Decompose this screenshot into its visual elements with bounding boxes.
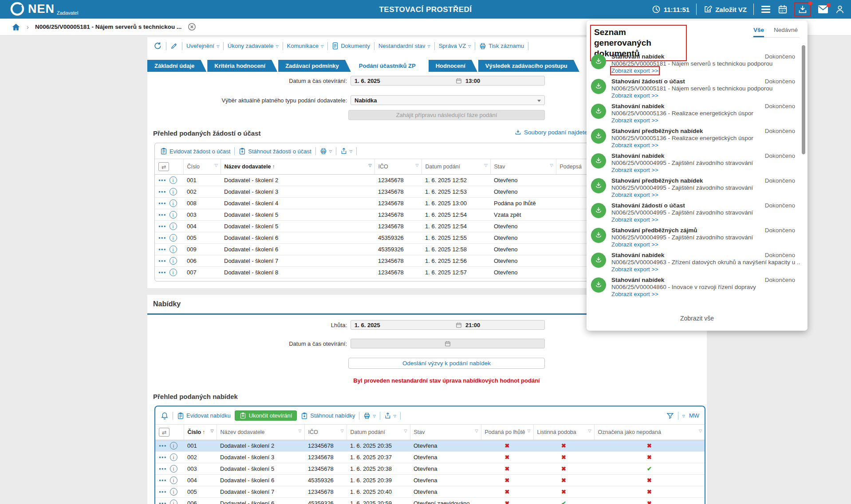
show-export-link[interactable]: Zobrazit export >> — [611, 291, 658, 297]
main-menu-button[interactable] — [760, 5, 771, 14]
info-icon[interactable]: i — [169, 223, 177, 230]
row-menu-icon[interactable]: ●●● — [159, 444, 167, 448]
row-menu-icon[interactable]: ●●● — [158, 178, 166, 182]
filter-caret-icon[interactable]: ▽ — [485, 163, 488, 168]
close-tab-icon[interactable] — [188, 23, 196, 31]
bell-icon[interactable] — [161, 412, 169, 420]
menu-ukony-zadavatele[interactable]: Úkony zadavatele▽ — [228, 43, 279, 49]
info-icon[interactable]: i — [170, 488, 177, 496]
filter-caret-icon[interactable]: ▽ — [341, 429, 344, 433]
home-icon[interactable] — [12, 23, 20, 31]
submission-files-link[interactable]: Soubory podaní najdete — [515, 129, 587, 136]
info-icon[interactable]: i — [170, 500, 177, 504]
show-export-link[interactable]: Zobrazit export >> — [611, 266, 658, 273]
register-offer-button[interactable]: Evidovat nabídku — [177, 412, 231, 419]
show-export-link[interactable]: Zobrazit export >> — [611, 67, 658, 74]
row-menu-icon[interactable]: ●●● — [158, 190, 166, 194]
filter-caret-icon[interactable]: ▽ — [299, 429, 302, 433]
tab[interactable]: Zadávací podmínky — [278, 60, 351, 72]
row-menu-icon[interactable]: ●●● — [159, 501, 167, 504]
panel-scrollbar[interactable] — [802, 45, 805, 154]
tab[interactable]: Hodnocení — [429, 60, 477, 72]
refresh-icon[interactable] — [154, 42, 162, 50]
generated-documents-button[interactable] — [794, 2, 811, 16]
offer-row[interactable]: ●●● i 001 Dodavatel - školení 2 12345678… — [155, 440, 705, 452]
column-chooser-icon[interactable]: ⇄ — [159, 428, 169, 437]
filter-caret-icon[interactable]: ▽ — [211, 429, 214, 433]
filter-caret-icon[interactable]: ▽ — [588, 429, 591, 433]
show-export-link[interactable]: Zobrazit export >> — [611, 241, 658, 248]
menu-tisk-zaznamu[interactable]: Tisk záznamu — [479, 43, 524, 50]
filter-funnel-icon[interactable] — [666, 412, 674, 419]
offer-row[interactable]: ●●● i 003 Dodavatel - školení 5 12345678… — [155, 463, 705, 475]
offer-row[interactable]: ●●● i 005 Dodavatel - školení 7 12345678… — [155, 486, 705, 498]
filter-caret-icon[interactable]: ▽ — [215, 163, 218, 168]
filter-caret-icon[interactable]: ▽ — [475, 429, 478, 433]
filter-caret-icon[interactable]: ▽ — [416, 163, 419, 168]
tab[interactable]: Kritéria hodnocení — [207, 60, 277, 72]
print-table-button[interactable]: ▽ — [363, 412, 375, 419]
menu-dokumenty[interactable]: Dokumenty — [332, 42, 370, 50]
column-header[interactable]: Stav▽ — [410, 425, 481, 440]
finish-opening-button[interactable]: Ukončit otevírání — [235, 410, 297, 421]
next-phase-button[interactable]: Zahájit přípravu následující fáze podání — [348, 110, 545, 120]
column-header[interactable]: Listinná podoba▽ — [533, 425, 594, 440]
row-menu-icon[interactable]: ●●● — [159, 455, 167, 459]
row-menu-icon[interactable]: ●●● — [158, 247, 166, 251]
open-datetime-field[interactable]: 1. 6. 2025 13:00 — [351, 76, 545, 86]
column-header[interactable]: Název dodavatele▽ — [217, 425, 304, 440]
caret-down-icon[interactable]: ▽ — [682, 414, 685, 418]
info-icon[interactable]: i — [169, 211, 177, 219]
info-icon[interactable]: i — [169, 188, 177, 195]
show-all-link[interactable]: Zobrazit vše — [587, 315, 808, 322]
tab[interactable]: Podání účastníků ZP — [352, 60, 428, 72]
filter-caret-icon[interactable]: ▽ — [404, 429, 407, 433]
create-vz-button[interactable]: Založit VZ — [703, 5, 747, 14]
column-header[interactable]: Označena jako nepodaná▽ — [594, 425, 705, 440]
panel-tab-all[interactable]: Vše — [753, 27, 764, 37]
download-offers-button[interactable]: Stáhnout nabídky — [301, 412, 355, 419]
user-profile-button[interactable] — [835, 4, 845, 14]
info-icon[interactable]: i — [169, 257, 177, 265]
column-header[interactable]: IČO▽ — [374, 159, 422, 175]
show-export-link[interactable]: Zobrazit export >> — [611, 191, 658, 198]
column-header[interactable]: Číslo▽ — [183, 159, 221, 175]
menu-nestandardni-stav[interactable]: Nestandardní stav▽ — [378, 43, 430, 49]
column-header[interactable]: Číslo↑▽ — [184, 425, 217, 440]
info-icon[interactable]: i — [169, 199, 177, 207]
column-header[interactable]: IČO▽ — [304, 425, 347, 440]
deadline-field[interactable]: 1. 6. 2025 21:00 — [351, 320, 545, 330]
filter-caret-icon[interactable]: ▽ — [369, 163, 372, 168]
nen-logo[interactable]: NEN Zadavatel — [10, 1, 78, 16]
row-menu-icon[interactable]: ●●● — [158, 236, 166, 240]
export-table-button[interactable]: ▽ — [340, 148, 352, 155]
tab[interactable]: Výsledek zadávacího postupu — [478, 60, 579, 72]
column-header[interactable]: Podaná po lhůtě▽ — [481, 425, 533, 440]
filter-caret-icon[interactable]: ▽ — [550, 163, 553, 168]
show-export-link[interactable]: Zobrazit export >> — [611, 216, 658, 223]
info-icon[interactable]: i — [170, 477, 177, 484]
row-menu-icon[interactable]: ●●● — [158, 259, 166, 263]
column-header[interactable]: Název dodavatele↑▽ — [221, 159, 374, 175]
info-icon[interactable]: i — [170, 453, 177, 461]
info-icon[interactable]: i — [170, 465, 177, 473]
offers-open-field[interactable] — [351, 339, 545, 348]
messages-button[interactable] — [818, 5, 828, 14]
menu-sprava-vz[interactable]: Správa VZ▽ — [439, 43, 471, 49]
download-requests-button[interactable]: Stáhnout žádosti o účast — [239, 148, 311, 155]
show-export-link[interactable]: Zobrazit export >> — [611, 142, 658, 148]
info-icon[interactable]: i — [169, 269, 177, 276]
edit-pencil-icon[interactable] — [170, 42, 178, 50]
export-table-button[interactable]: ▽ — [384, 412, 396, 419]
info-icon[interactable]: i — [170, 442, 177, 449]
mw-button[interactable]: MW — [689, 412, 699, 419]
column-header[interactable]: Datum podání▽ — [347, 425, 410, 440]
offer-row[interactable]: ●●● i 006 Dodavatel - školení 6 45359326… — [155, 498, 705, 504]
show-export-link[interactable]: Zobrazit export >> — [611, 117, 658, 124]
show-export-link[interactable]: Zobrazit export >> — [611, 167, 658, 173]
row-menu-icon[interactable]: ●●● — [158, 224, 166, 228]
row-menu-icon[interactable]: ●●● — [159, 467, 167, 471]
print-table-button[interactable]: ▽ — [320, 148, 332, 155]
offer-row[interactable]: ●●● i 002 Dodavatel - školení 3 12345678… — [155, 452, 705, 463]
filter-caret-icon[interactable]: ▽ — [528, 429, 531, 433]
